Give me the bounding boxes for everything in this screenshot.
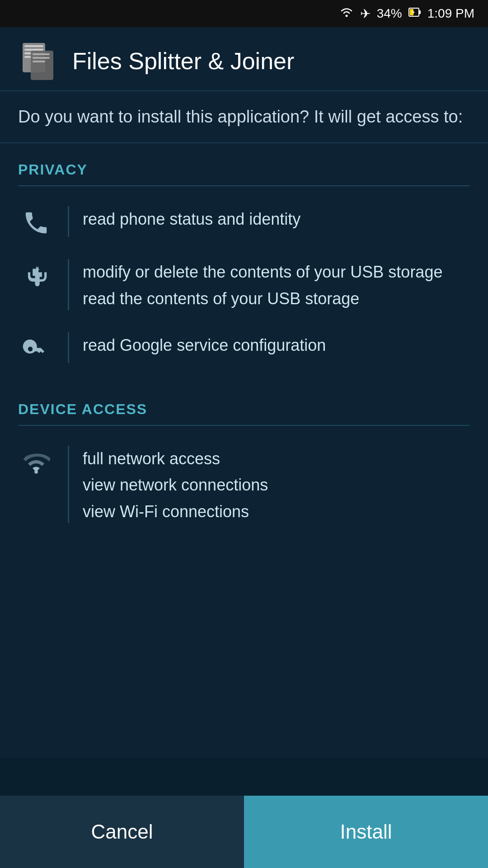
- app-icon: [18, 41, 59, 81]
- usb-text-wrap: modify or delete the contents of your US…: [83, 259, 470, 310]
- key-icon: [22, 335, 50, 363]
- battery-icon: [408, 6, 421, 22]
- status-time: 1:09 PM: [427, 6, 474, 21]
- permission-usb: modify or delete the contents of your US…: [18, 248, 470, 321]
- install-prompt-text: Do you want to install this application?…: [18, 105, 470, 129]
- usb-icon-wrap: [18, 259, 54, 290]
- phone-divider: [68, 206, 69, 237]
- key-text-wrap: read Google service configuration: [83, 332, 470, 357]
- network-divider: [68, 446, 69, 523]
- status-bar: ✈ 34% 1:09 PM: [0, 0, 488, 27]
- device-access-section-title: DEVICE ACCESS: [18, 401, 470, 418]
- battery-percent: 34%: [377, 6, 402, 21]
- wifi-perm-icon: [22, 448, 50, 476]
- airplane-icon: ✈: [360, 6, 371, 21]
- usb-icon: [22, 262, 50, 290]
- permission-phone: read phone status and identity: [18, 195, 470, 248]
- usb-perm-text-2: read the contents of your USB storage: [83, 288, 470, 310]
- permission-key: read Google service configuration: [18, 321, 470, 374]
- phone-text-wrap: read phone status and identity: [83, 206, 470, 231]
- svg-rect-6: [24, 49, 43, 51]
- cancel-button[interactable]: Cancel: [0, 796, 244, 868]
- privacy-divider: [18, 185, 470, 186]
- usb-perm-text-1: modify or delete the contents of your US…: [83, 261, 470, 283]
- network-text-wrap: full network access view network connect…: [83, 446, 470, 523]
- svg-rect-11: [33, 57, 50, 59]
- key-perm-text: read Google service configuration: [83, 334, 470, 357]
- usb-divider: [68, 259, 69, 310]
- app-header: Files Splitter & Joiner: [0, 27, 488, 91]
- permission-network: full network access view network connect…: [18, 435, 470, 534]
- key-divider: [68, 332, 69, 363]
- bottom-bar: Cancel Install: [0, 796, 488, 868]
- svg-rect-5: [24, 45, 43, 47]
- section-device-access: DEVICE ACCESS full network access view n…: [0, 383, 488, 543]
- svg-point-13: [34, 470, 38, 474]
- network-perm-text-2: view network connections: [83, 474, 470, 496]
- install-button[interactable]: Install: [244, 796, 488, 868]
- network-perm-text-1: full network access: [83, 448, 470, 470]
- svg-rect-2: [419, 10, 421, 14]
- svg-rect-12: [33, 61, 45, 62]
- status-icons: ✈ 34% 1:09 PM: [339, 6, 474, 22]
- wifi-status-icon: [339, 6, 354, 22]
- device-access-divider: [18, 425, 470, 426]
- privacy-section-title: PRIVACY: [18, 161, 470, 178]
- permissions-container: PRIVACY read phone status and identity: [0, 143, 488, 758]
- network-perm-text-3: view Wi-Fi connections: [83, 500, 470, 523]
- install-prompt: Do you want to install this application?…: [0, 91, 488, 143]
- phone-perm-text: read phone status and identity: [83, 208, 470, 231]
- section-privacy: PRIVACY read phone status and identity: [0, 143, 488, 383]
- app-title: Files Splitter & Joiner: [72, 47, 294, 75]
- svg-point-0: [345, 14, 347, 17]
- key-icon-wrap: [18, 332, 54, 363]
- phone-icon: [22, 209, 50, 237]
- svg-rect-10: [33, 53, 50, 55]
- wifi-perm-icon-wrap: [18, 446, 54, 476]
- phone-icon-wrap: [18, 206, 54, 237]
